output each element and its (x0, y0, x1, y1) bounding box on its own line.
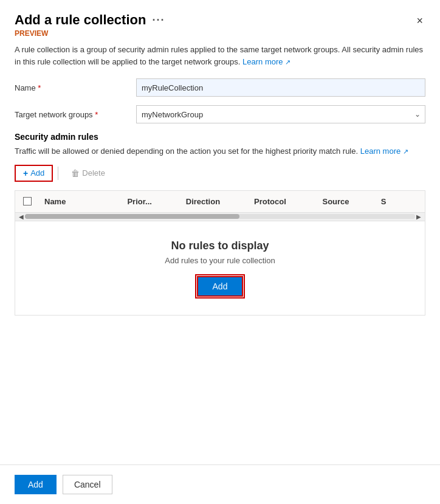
empty-state-title: No rules to display (171, 240, 269, 252)
preview-badge: PREVIEW (15, 29, 165, 38)
title-group: Add a rule collection ··· PREVIEW (15, 12, 165, 38)
footer-cancel-button[interactable]: Cancel (63, 475, 112, 494)
plus-icon: + (23, 168, 28, 178)
scrollbar-track (25, 214, 415, 219)
network-groups-form-row: Target network groups * myNetworkGroup ⌄ (15, 105, 425, 123)
empty-state-add-button[interactable]: Add (197, 276, 244, 297)
more-options-icon[interactable]: ··· (152, 14, 165, 27)
network-groups-required-star: * (95, 110, 98, 119)
empty-state-description: Add rules to your rule collection (165, 256, 275, 265)
network-groups-label: Target network groups * (15, 110, 136, 119)
panel-header: Add a rule collection ··· PREVIEW × (0, 0, 440, 44)
rules-toolbar: + Add 🗑 Delete (15, 165, 425, 182)
learn-more-link[interactable]: Learn more ↗ (242, 57, 290, 66)
select-all-checkbox[interactable] (23, 197, 32, 205)
trash-icon: 🗑 (71, 168, 80, 178)
panel-content: A rule collection is a group of security… (0, 44, 440, 390)
scroll-left-icon[interactable]: ◀ (18, 213, 25, 220)
name-required-star: * (38, 83, 41, 92)
col-header-name: Name (40, 197, 122, 206)
network-groups-select[interactable]: myNetworkGroup (136, 105, 425, 123)
col-header-source: Source (317, 197, 376, 206)
table-header: Name Prior... Direction Protocol Source … (15, 191, 425, 213)
rules-table: Name Prior... Direction Protocol Source … (15, 190, 425, 316)
footer-add-button[interactable]: Add (15, 475, 57, 494)
panel-title: Add a rule collection ··· (15, 12, 165, 28)
name-form-row: Name * (15, 78, 425, 97)
col-header-protocol: Protocol (249, 197, 317, 206)
toolbar-delete-button[interactable]: 🗑 Delete (63, 165, 113, 181)
empty-state: No rules to display Add rules to your ru… (15, 221, 425, 315)
title-text: Add a rule collection (15, 12, 146, 28)
add-rule-collection-panel: Add a rule collection ··· PREVIEW × A ru… (0, 0, 440, 504)
col-header-priority: Prior... (122, 197, 180, 206)
name-input[interactable] (136, 78, 425, 97)
horizontal-scrollbar[interactable]: ◀ ▶ (15, 213, 425, 221)
network-groups-select-wrapper: myNetworkGroup ⌄ (136, 105, 425, 123)
col-header-direction: Direction (181, 197, 249, 206)
panel-footer: Add Cancel (0, 464, 440, 504)
scrollbar-thumb (25, 214, 239, 219)
toolbar-add-button[interactable]: + Add (15, 165, 53, 182)
description-text: A rule collection is a group of security… (15, 45, 423, 66)
col-header-source-short: S (376, 197, 425, 206)
close-button[interactable]: × (414, 13, 425, 29)
description-block: A rule collection is a group of security… (15, 44, 425, 67)
toolbar-divider (58, 167, 58, 180)
security-rules-title: Security admin rules (15, 132, 425, 142)
security-rules-learn-more-link[interactable]: Learn more ↗ (360, 147, 408, 156)
scroll-right-icon[interactable]: ▶ (415, 213, 422, 220)
header-checkbox-cell (15, 197, 40, 205)
security-rules-desc: Traffic will be allowed or denied depend… (15, 145, 425, 157)
name-label: Name * (15, 83, 136, 92)
security-rules-external-icon: ↗ (403, 148, 408, 155)
external-link-icon: ↗ (285, 58, 290, 66)
